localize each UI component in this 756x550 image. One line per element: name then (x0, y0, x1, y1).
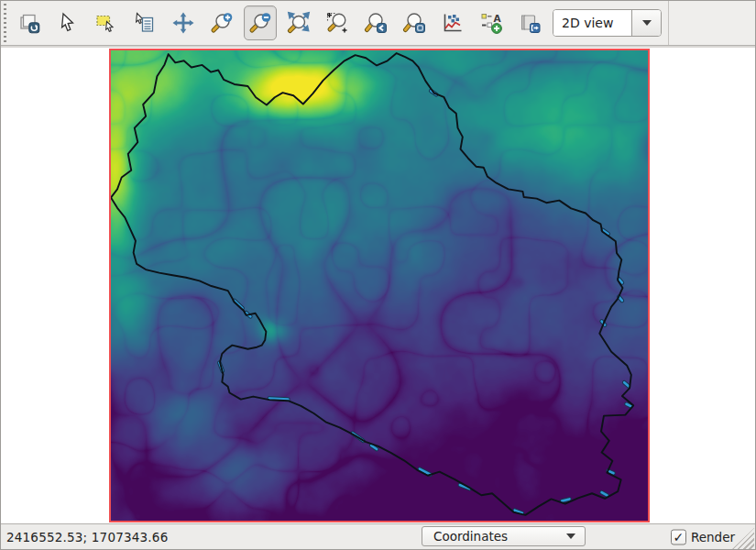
toolbar-button-zoom-region[interactable] (321, 6, 354, 40)
toolbar-button-zoom-extent[interactable] (282, 6, 315, 40)
toolbar-button-pointer[interactable] (51, 6, 84, 40)
analyze-icon (441, 11, 465, 35)
toolbar-button-pan[interactable] (167, 6, 200, 40)
toolbar-button-map-export[interactable] (513, 6, 546, 40)
checkbox-check-icon: ✓ (671, 529, 686, 544)
toolbar-separator (668, 1, 669, 45)
zoom-out-icon (248, 11, 272, 35)
toolbar-buttons: A (13, 6, 546, 40)
view-mode-value: 2D view (553, 10, 631, 36)
zoom-extent-icon (287, 11, 311, 35)
zoom-in-icon (210, 11, 234, 35)
map-canvas[interactable] (111, 50, 648, 521)
toolbar-button-add-overlay[interactable]: A (475, 6, 508, 40)
add-overlay-icon: A (479, 11, 503, 35)
toolbar-grip[interactable] (4, 4, 6, 42)
toolbar: A 2D view (1, 1, 755, 46)
render-label: Render (691, 530, 735, 544)
render-checkbox[interactable]: ✓ Render (671, 529, 735, 544)
view-mode-dropdown-button[interactable] (631, 10, 661, 36)
map-canvas-area (1, 49, 755, 524)
map-region-frame (109, 49, 650, 522)
toolbar-button-zoom-menu[interactable] (398, 6, 431, 40)
zoom-region-icon (325, 11, 349, 35)
map-display-window: A 2D view 2416552.53; 1707343.66 Coordin… (0, 0, 756, 550)
render-map-icon (17, 11, 41, 35)
pan-icon (171, 11, 195, 35)
query-icon (133, 11, 157, 35)
select-icon (94, 11, 118, 35)
toolbar-button-select-features[interactable] (90, 6, 123, 40)
statusbar: 2416552.53; 1707343.66 Coordinates ✓ Ren… (1, 523, 755, 549)
toolbar-button-zoom-back[interactable] (359, 6, 392, 40)
toolbar-button-query[interactable] (128, 6, 161, 40)
toolbar-button-zoom-out[interactable] (244, 6, 277, 40)
svg-text:A: A (494, 13, 502, 24)
zoom-back-icon (364, 11, 388, 35)
toolbar-button-zoom-in[interactable] (205, 6, 238, 40)
chevron-down-icon (642, 20, 652, 26)
zoom-menu-icon (402, 11, 426, 35)
toolbar-button-render-map[interactable] (13, 6, 46, 40)
chevron-down-icon (566, 534, 575, 539)
window-resize-grip[interactable] (732, 528, 754, 549)
statusbar-mode-value: Coordinates (433, 529, 508, 544)
toolbar-button-analyze[interactable] (436, 6, 469, 40)
pointer-icon (56, 11, 80, 35)
statusbar-mode-select[interactable]: Coordinates (422, 526, 586, 546)
view-mode-select[interactable]: 2D view (553, 9, 662, 37)
map-export-icon (518, 11, 542, 35)
coordinate-readout: 2416552.53; 1707343.66 (6, 530, 168, 544)
